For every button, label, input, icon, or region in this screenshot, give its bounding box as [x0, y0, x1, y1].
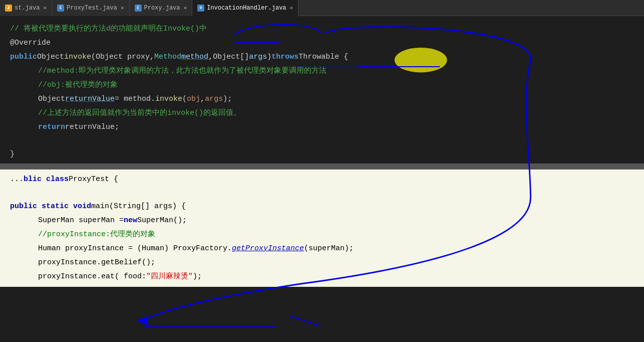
belief-text: proxyInstance.getBelief(); — [38, 256, 155, 269]
lower-line-main: public static void main(String[] args) { — [0, 200, 644, 214]
code-content: // 将被代理类要执行的方法d的功能就声明在Invoke()中 @Overrid… — [0, 16, 644, 342]
code-area: // 将被代理类要执行的方法d的功能就声明在Invoke()中 @Overrid… — [0, 16, 644, 342]
section-divider — [0, 163, 644, 169]
code-line-comment4: //上述方法的返回值就作为当前类中的invoke()的返回值。 — [0, 106, 644, 120]
invoke-method: invoke — [64, 51, 91, 64]
code-line-body1: Object returnValue = method. invoke ( ob… — [0, 92, 644, 106]
override-text: @Override — [10, 37, 51, 50]
lower-line-class: ... blic class ProxyTest { — [0, 173, 644, 187]
close-icon-proxy-test[interactable]: ✕ — [121, 5, 124, 11]
public-kw: public — [10, 51, 37, 64]
tab-st-java[interactable]: J st.java ✕ — [0, 0, 52, 16]
close-icon-st[interactable]: ✕ — [43, 5, 47, 11]
comment2-text: //method:即为代理类对象调用的方法，此方法也就作为了被代理类对象要调用的… — [38, 65, 327, 78]
lower-line-human: Human proxyInstance = (Human) ProxyFacto… — [0, 242, 644, 256]
tab-label-proxy-test: ProxyTest.java — [67, 5, 117, 12]
app-container: J st.java ✕ c̈ ProxyTest.java ✕ c̈ Proxy… — [0, 0, 644, 342]
code-line-return: return returnValue; — [0, 120, 644, 134]
lower-line-superman: SuperMan superMan = new SuperMan(); — [0, 214, 644, 228]
method-param: method — [181, 51, 208, 64]
tabs-bar: J st.java ✕ c̈ ProxyTest.java ✕ c̈ Proxy… — [0, 0, 644, 16]
comment3-text: //obj:被代理类的对象 — [38, 79, 118, 92]
tab-icon-invocation: ⊙ — [197, 5, 204, 12]
paren-open: ( — [91, 51, 96, 64]
comma3: , — [200, 93, 205, 106]
return-kw: return — [38, 121, 65, 134]
food-string: "四川麻辣烫" — [146, 270, 193, 283]
blic-text: ... — [10, 173, 24, 186]
equals: = method. — [115, 93, 155, 106]
paren-close: ) — [267, 51, 271, 64]
blic-class: blic class — [24, 173, 69, 186]
code-line-signature: public Object invoke ( Object proxy, Met… — [0, 50, 644, 64]
lower-line-eat: proxyInstance.eat( food: "四川麻辣烫" ); — [0, 270, 644, 284]
tab-icon-st: J — [5, 5, 12, 12]
tab-proxy-test[interactable]: c̈ ProxyTest.java ✕ — [52, 0, 129, 16]
tab-invocation-handler[interactable]: ⊙ InvocationHandler.java ✕ — [192, 0, 298, 16]
lower-line-comment1: //proxyInstance:代理类的对象 — [0, 228, 644, 242]
object-array: Object[] — [213, 51, 249, 64]
return-value-ref: returnValue; — [65, 121, 119, 134]
proxutest-name: ProxyTest { — [69, 173, 118, 186]
get-proxy: getProxyInstance — [232, 242, 304, 255]
lower-line-blank — [0, 187, 644, 200]
comment1-text: // 将被代理类要执行的方法d的功能就声明在Invoke()中 — [10, 23, 207, 36]
code-line-comment3: //obj:被代理类的对象 — [0, 78, 644, 92]
proxy-comment: //proxyInstance:代理类的对象 — [38, 228, 155, 241]
lower-section: ... blic class ProxyTest { public static… — [0, 169, 644, 287]
code-line-closing: } — [0, 147, 644, 161]
code-line-comment1: // 将被代理类要执行的方法d的功能就声明在Invoke()中 — [0, 22, 644, 36]
code-line-comment2: //method:即为代理类对象调用的方法，此方法也就作为了被代理类对象要调用的… — [0, 64, 644, 78]
eat-close: ); — [193, 270, 202, 283]
close-icon-proxy[interactable]: ✕ — [184, 5, 187, 11]
superman-arg: (superMan); — [304, 242, 354, 255]
superman-new: SuperMan(); — [137, 214, 187, 227]
tab-label-proxy: Proxy.java — [144, 5, 180, 12]
tab-label-invocation: InvocationHandler.java — [207, 5, 286, 12]
tab-label-st: st.java — [15, 5, 40, 12]
object-kw2: Object — [38, 93, 65, 106]
tab-icon-proxy: c̈ — [135, 5, 142, 12]
method-type: Method — [154, 51, 181, 64]
superman-text: SuperMan superMan = — [38, 214, 124, 227]
public-kw2: public static void — [10, 200, 91, 213]
code-line-blank — [0, 134, 644, 147]
tab-proxy[interactable]: c̈ Proxy.java ✕ — [130, 0, 193, 16]
svg-line-5 — [289, 316, 320, 326]
throws-kw: throws — [271, 51, 298, 64]
main-method: main(String[] args) { — [91, 200, 186, 213]
human-text: Human proxyInstance = (Human) ProxyFacto… — [38, 242, 232, 255]
object-proxy: Object proxy, — [96, 51, 154, 64]
args2: args — [205, 93, 223, 106]
invoke-args: ( — [182, 93, 187, 106]
invoke2: invoke — [155, 93, 182, 106]
obj-param: obj — [187, 93, 200, 106]
code-line-override: @Override — [0, 36, 644, 50]
svg-marker-1 — [137, 316, 149, 326]
throwable-type: Throwable { — [298, 51, 348, 64]
eat-text: proxyInstance.eat( food: — [38, 270, 146, 283]
comment4-text: //上述方法的返回值就作为当前类中的invoke()的返回值。 — [38, 107, 241, 120]
tab-icon-proxy-test: c̈ — [57, 5, 64, 12]
lower-line-belief: proxyInstance.getBelief(); — [0, 256, 644, 270]
return-value-var: returnValue — [65, 93, 115, 106]
close-icon-invocation[interactable]: ✕ — [290, 5, 293, 11]
upper-section: // 将被代理类要执行的方法d的功能就声明在Invoke()中 @Overrid… — [0, 20, 644, 163]
close-paren2: ); — [223, 93, 232, 106]
closing-brace: } — [10, 148, 15, 161]
args-param: args — [249, 51, 267, 64]
object-type: Object — [37, 51, 64, 64]
new-kw: new — [124, 214, 137, 227]
comma2: , — [208, 51, 213, 64]
